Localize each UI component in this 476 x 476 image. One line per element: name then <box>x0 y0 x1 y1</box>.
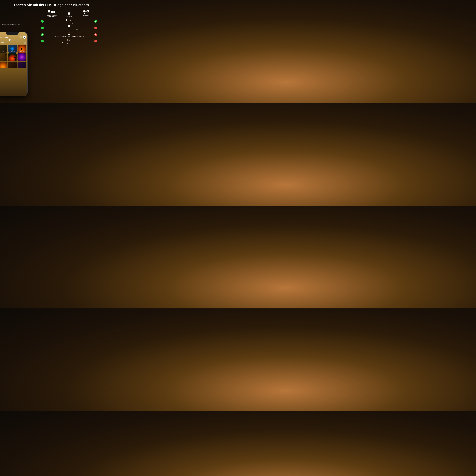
feature-row-1: ✓ <box>38 19 100 24</box>
phone-notch <box>6 32 18 35</box>
feature-2-text: Installation von smartem Zubehör <box>60 29 78 31</box>
header: Starten Sie mit der Hue Bridge oder Blue… <box>0 0 103 9</box>
tap-phone-icon <box>66 19 69 22</box>
bottom-scene-1 <box>0 62 7 68</box>
page-title: Starten Sie mit der Hue Bridge oder Blue… <box>4 3 99 7</box>
page-container: Starten Sie mit der Hue Bridge oder Blue… <box>0 0 103 103</box>
bluetooth-bulb-icon <box>83 10 86 14</box>
feature-4-left-check: ✓ <box>41 40 44 42</box>
timer-icon <box>68 32 70 35</box>
home-range-icon <box>68 12 71 15</box>
feature-1-text: Einfache Erstellung von Szenen mit der A… <box>50 22 88 24</box>
left-section: *Philips Hue Bridge separat erhältlich L… <box>0 9 36 101</box>
accessory-icon <box>68 25 70 29</box>
bulb-icon <box>47 10 51 14</box>
asterisk-mark: * <box>56 9 57 11</box>
range-section: Reichweite <box>65 10 73 17</box>
concentrate-visual <box>11 47 14 51</box>
scene-relax[interactable]: ✏ Relax <box>0 53 7 61</box>
feature-2-right-cross: ✕ <box>94 27 97 29</box>
room-name-label: Living room <box>0 36 8 38</box>
voice-icon <box>69 19 72 22</box>
scene-soho-label: Soho <box>18 59 26 60</box>
svg-point-9 <box>55 11 55 11</box>
feature-3-right-cross: ✕ <box>94 33 97 36</box>
svg-rect-2 <box>49 13 50 14</box>
scene-concentrate[interactable]: Concentrate <box>8 45 17 52</box>
scene-concentrate-label: Concentrate <box>8 51 17 52</box>
right-section: * Ganzes Haus und Außenbereich Reichweit… <box>36 9 103 101</box>
scene-tropical-label: Tropical Twilight <box>9 59 16 60</box>
product-icons-section: * Ganzes Haus und Außenbereich Reichweit… <box>38 10 100 17</box>
hue-bridge-icons: * <box>47 10 57 14</box>
bottom-scenes-row <box>0 62 26 68</box>
brightness-slider[interactable] <box>0 40 26 40</box>
svg-rect-12 <box>84 13 85 13</box>
range-label: Reichweite <box>66 16 72 17</box>
bluetooth-icon <box>86 10 89 13</box>
scene-read[interactable]: Read <box>0 45 7 52</box>
scene-savannah-label: Savannah Sunset <box>18 51 26 52</box>
edit-icon[interactable]: ✏ <box>5 54 7 56</box>
scene-tropical[interactable]: ··· Tropical Twilight <box>8 53 17 61</box>
feature-4-right-cross: ✕ <box>94 40 97 42</box>
comparison-section: ✓ <box>38 19 100 100</box>
feature-2-left-check: ✓ <box>41 27 44 29</box>
svg-rect-13 <box>84 13 85 14</box>
remote-icon <box>67 38 71 41</box>
svg-rect-18 <box>69 26 69 26</box>
svg-rect-20 <box>69 27 69 28</box>
bluetooth-product: Ein Raum <box>73 10 99 16</box>
feature-1-right-check: ✓ <box>94 20 97 23</box>
feature-row-2: ✓ Installation von smartem Zubehör <box>38 25 100 31</box>
svg-point-6 <box>53 12 54 12</box>
bluetooth-icons <box>83 10 89 14</box>
svg-rect-0 <box>48 13 50 13</box>
svg-rect-26 <box>68 39 69 41</box>
scene-relax-label: Relax <box>0 59 7 60</box>
scene-read-label: Read <box>0 51 7 52</box>
scene-savannah[interactable]: Savannah Sunset <box>17 45 26 52</box>
svg-rect-1 <box>49 13 50 13</box>
hue-bridge-label: Ganzes Haus und Außenbereich <box>46 14 59 17</box>
feature-3-text: Einstellen von Routinen, Timern und Auto… <box>54 36 84 37</box>
svg-rect-10 <box>69 14 69 15</box>
hue-bridge-product: * Ganzes Haus und Außenbereich <box>39 10 65 17</box>
phone-screen: Living room ··· <box>0 32 27 96</box>
svg-rect-11 <box>84 13 85 13</box>
bottom-scene-3 <box>17 62 26 68</box>
power-button[interactable] <box>23 36 26 39</box>
dots-button[interactable]: ··· <box>19 36 22 38</box>
feature-3-left-check: ✓ <box>41 33 44 36</box>
svg-rect-17 <box>69 26 69 26</box>
svg-line-24 <box>69 34 69 34</box>
svg-rect-16 <box>68 25 69 27</box>
bridge-note: *Philips Hue Bridge separat erhältlich <box>2 24 21 25</box>
scene-soho[interactable]: Soho <box>17 53 26 61</box>
feature-4-text: Steuerung von unterwegs <box>62 42 76 44</box>
nfc-icons <box>66 19 72 22</box>
phone-mockup: Living room ··· <box>0 32 32 103</box>
add-scene-button[interactable]: + <box>23 42 26 44</box>
svg-rect-19 <box>69 27 69 27</box>
feature-1-left-check: ✓ <box>41 20 44 23</box>
feature-row-4: ✓ Steuerung von unterwegs ✕ <box>38 38 100 44</box>
scenes-grid: Read Concentrate <box>0 45 26 61</box>
bridge-icon <box>51 10 56 14</box>
phone-frame: Living room ··· <box>0 32 28 96</box>
bluetooth-label: Ein Raum <box>83 14 89 16</box>
bottom-scene-2 <box>8 62 17 68</box>
feature-row-3: ✓ Einstellen von Routinen, Timern und Au… <box>38 32 100 37</box>
scenes-section-label: SCENES <box>0 42 4 43</box>
